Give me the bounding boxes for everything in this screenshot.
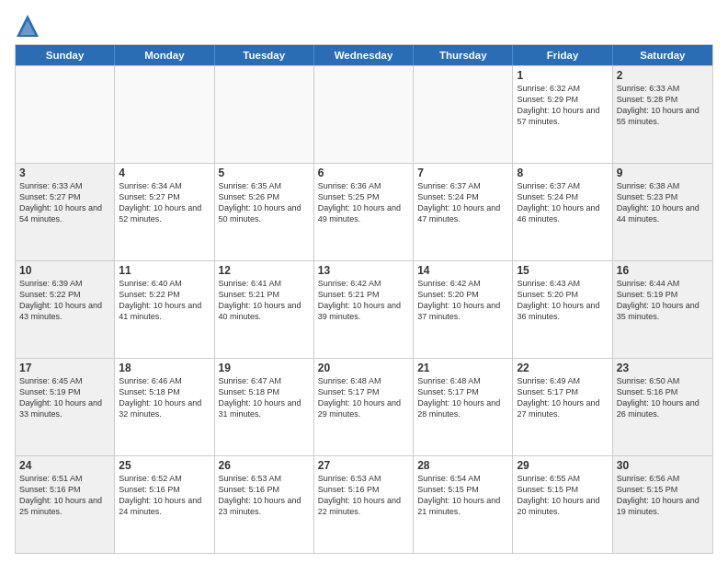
calendar-row: 24Sunrise: 6:51 AMSunset: 5:16 PMDayligh… [16,455,712,553]
cell-detail: Sunrise: 6:33 AMSunset: 5:27 PMDaylight:… [19,180,110,225]
calendar-cell: 10Sunrise: 6:39 AMSunset: 5:22 PMDayligh… [16,261,115,358]
calendar-cell: 14Sunrise: 6:42 AMSunset: 5:20 PMDayligh… [414,261,513,358]
weekday-header: Friday [513,45,612,65]
cell-detail: Sunrise: 6:55 AMSunset: 5:15 PMDaylight:… [517,473,608,518]
cell-detail: Sunrise: 6:53 AMSunset: 5:16 PMDaylight:… [318,473,409,518]
calendar-body: 1Sunrise: 6:32 AMSunset: 5:29 PMDaylight… [16,65,712,553]
cell-detail: Sunrise: 6:48 AMSunset: 5:17 PMDaylight:… [318,375,409,420]
logo [15,13,44,39]
cell-detail: Sunrise: 6:44 AMSunset: 5:19 PMDaylight:… [617,278,709,323]
calendar: SundayMondayTuesdayWednesdayThursdayFrid… [15,44,713,554]
day-number: 30 [617,459,709,472]
cell-detail: Sunrise: 6:35 AMSunset: 5:26 PMDaylight:… [219,180,310,225]
calendar-cell: 5Sunrise: 6:35 AMSunset: 5:26 PMDaylight… [215,164,314,260]
cell-detail: Sunrise: 6:50 AMSunset: 5:16 PMDaylight:… [617,375,709,420]
calendar-cell: 9Sunrise: 6:38 AMSunset: 5:23 PMDaylight… [613,164,712,260]
logo-icon [15,13,40,39]
calendar-header: SundayMondayTuesdayWednesdayThursdayFrid… [16,45,712,65]
calendar-cell: 13Sunrise: 6:42 AMSunset: 5:21 PMDayligh… [314,261,414,358]
calendar-cell: 26Sunrise: 6:53 AMSunset: 5:16 PMDayligh… [215,456,314,553]
calendar-cell: 17Sunrise: 6:45 AMSunset: 5:19 PMDayligh… [16,359,115,455]
calendar-cell [215,66,314,163]
calendar-cell: 8Sunrise: 6:37 AMSunset: 5:24 PMDaylight… [513,164,612,260]
cell-detail: Sunrise: 6:32 AMSunset: 5:29 PMDaylight:… [517,83,608,128]
day-number: 21 [417,362,508,374]
cell-detail: Sunrise: 6:34 AMSunset: 5:27 PMDaylight:… [119,180,210,225]
calendar-cell: 29Sunrise: 6:55 AMSunset: 5:15 PMDayligh… [513,456,612,553]
day-number: 24 [19,459,110,472]
calendar-cell: 25Sunrise: 6:52 AMSunset: 5:16 PMDayligh… [115,456,214,553]
cell-detail: Sunrise: 6:47 AMSunset: 5:18 PMDaylight:… [219,375,310,420]
weekday-header: Monday [115,45,214,65]
calendar-row: 10Sunrise: 6:39 AMSunset: 5:22 PMDayligh… [16,260,712,358]
calendar-cell: 30Sunrise: 6:56 AMSunset: 5:15 PMDayligh… [613,456,712,553]
calendar-row: 1Sunrise: 6:32 AMSunset: 5:29 PMDaylight… [16,65,712,163]
cell-detail: Sunrise: 6:51 AMSunset: 5:16 PMDaylight:… [19,473,110,518]
calendar-cell: 15Sunrise: 6:43 AMSunset: 5:20 PMDayligh… [513,261,612,358]
calendar-cell: 18Sunrise: 6:46 AMSunset: 5:18 PMDayligh… [115,359,214,455]
day-number: 28 [417,459,508,472]
day-number: 9 [617,167,709,179]
calendar-row: 3Sunrise: 6:33 AMSunset: 5:27 PMDaylight… [16,163,712,260]
weekday-header: Thursday [414,45,513,65]
day-number: 7 [417,167,508,179]
day-number: 14 [417,264,508,277]
day-number: 3 [19,167,110,179]
calendar-cell: 20Sunrise: 6:48 AMSunset: 5:17 PMDayligh… [314,359,414,455]
cell-detail: Sunrise: 6:40 AMSunset: 5:22 PMDaylight:… [119,278,210,323]
cell-detail: Sunrise: 6:42 AMSunset: 5:21 PMDaylight:… [318,278,409,323]
day-number: 5 [219,167,310,179]
day-number: 23 [617,362,709,374]
cell-detail: Sunrise: 6:37 AMSunset: 5:24 PMDaylight:… [517,180,608,225]
cell-detail: Sunrise: 6:39 AMSunset: 5:22 PMDaylight:… [19,278,110,323]
day-number: 4 [119,167,210,179]
day-number: 17 [19,362,110,374]
cell-detail: Sunrise: 6:46 AMSunset: 5:18 PMDaylight:… [119,375,210,420]
weekday-header: Wednesday [314,45,414,65]
header [15,9,713,39]
cell-detail: Sunrise: 6:36 AMSunset: 5:25 PMDaylight:… [318,180,409,225]
day-number: 15 [517,264,608,277]
calendar-cell: 27Sunrise: 6:53 AMSunset: 5:16 PMDayligh… [314,456,414,553]
calendar-cell: 21Sunrise: 6:48 AMSunset: 5:17 PMDayligh… [414,359,513,455]
calendar-cell [414,66,513,163]
weekday-header: Tuesday [215,45,314,65]
calendar-cell: 19Sunrise: 6:47 AMSunset: 5:18 PMDayligh… [215,359,314,455]
cell-detail: Sunrise: 6:54 AMSunset: 5:15 PMDaylight:… [417,473,508,518]
calendar-cell: 1Sunrise: 6:32 AMSunset: 5:29 PMDaylight… [513,66,612,163]
calendar-cell: 24Sunrise: 6:51 AMSunset: 5:16 PMDayligh… [16,456,115,553]
day-number: 13 [318,264,409,277]
cell-detail: Sunrise: 6:42 AMSunset: 5:20 PMDaylight:… [417,278,508,323]
calendar-cell: 23Sunrise: 6:50 AMSunset: 5:16 PMDayligh… [613,359,712,455]
calendar-cell: 3Sunrise: 6:33 AMSunset: 5:27 PMDaylight… [16,164,115,260]
day-number: 22 [517,362,608,374]
day-number: 25 [119,459,210,472]
cell-detail: Sunrise: 6:49 AMSunset: 5:17 PMDaylight:… [517,375,608,420]
calendar-cell [314,66,414,163]
cell-detail: Sunrise: 6:56 AMSunset: 5:15 PMDaylight:… [617,473,709,518]
cell-detail: Sunrise: 6:53 AMSunset: 5:16 PMDaylight:… [219,473,310,518]
calendar-cell: 16Sunrise: 6:44 AMSunset: 5:19 PMDayligh… [613,261,712,358]
calendar-cell: 12Sunrise: 6:41 AMSunset: 5:21 PMDayligh… [215,261,314,358]
calendar-cell: 6Sunrise: 6:36 AMSunset: 5:25 PMDaylight… [314,164,414,260]
calendar-cell: 22Sunrise: 6:49 AMSunset: 5:17 PMDayligh… [513,359,612,455]
cell-detail: Sunrise: 6:43 AMSunset: 5:20 PMDaylight:… [517,278,608,323]
day-number: 6 [318,167,409,179]
weekday-header: Saturday [613,45,712,65]
calendar-row: 17Sunrise: 6:45 AMSunset: 5:19 PMDayligh… [16,358,712,455]
weekday-header: Sunday [16,45,115,65]
day-number: 27 [318,459,409,472]
day-number: 1 [517,69,608,82]
cell-detail: Sunrise: 6:33 AMSunset: 5:28 PMDaylight:… [617,83,709,128]
calendar-cell: 28Sunrise: 6:54 AMSunset: 5:15 PMDayligh… [414,456,513,553]
calendar-cell [115,66,214,163]
day-number: 10 [19,264,110,277]
cell-detail: Sunrise: 6:52 AMSunset: 5:16 PMDaylight:… [119,473,210,518]
calendar-cell: 4Sunrise: 6:34 AMSunset: 5:27 PMDaylight… [115,164,214,260]
day-number: 12 [219,264,310,277]
day-number: 18 [119,362,210,374]
day-number: 29 [517,459,608,472]
cell-detail: Sunrise: 6:37 AMSunset: 5:24 PMDaylight:… [417,180,508,225]
calendar-cell: 2Sunrise: 6:33 AMSunset: 5:28 PMDaylight… [613,66,712,163]
page: SundayMondayTuesdayWednesdayThursdayFrid… [0,0,728,563]
